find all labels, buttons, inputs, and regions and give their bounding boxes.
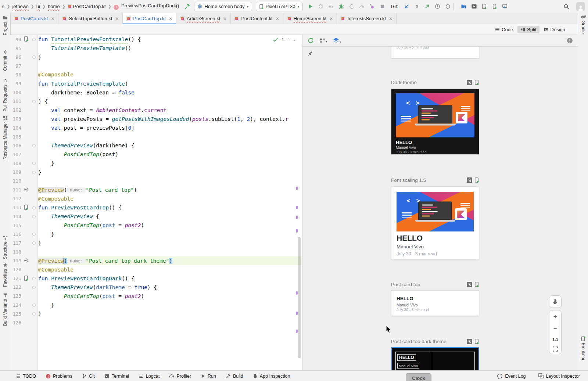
apply-code-changes-icon[interactable] [328,3,334,10]
editor-scrollbar[interactable] [298,237,301,358]
preview-scroll-area[interactable]: Manuel VivoJuly 30 - 3 min readDark them… [302,47,578,370]
fold-marker[interactable] [32,286,36,289]
deploy-preview-icon[interactable] [474,282,479,287]
avd-manager-icon[interactable] [481,3,488,10]
interactive-preview-icon[interactable] [467,177,472,183]
layers-blueprint-icon[interactable]: ▾ [333,37,341,44]
pan-tool-button[interactable] [549,295,562,308]
run-configuration-select[interactable]: Home screen body ▾ [194,2,252,11]
fold-marker[interactable] [32,233,36,236]
update-icon[interactable] [404,3,410,10]
tab-HomeScreen.kt[interactable]: HomeScreen.kt✕ [283,13,337,24]
status-item-layout-inspector[interactable]: Layout Inspector [538,373,580,379]
preview-settings-gutter-icon[interactable] [24,258,29,264]
device-select[interactable]: Pixel 5 API 30 ▾ [256,2,303,11]
deploy-preview-icon[interactable] [474,339,479,344]
status-item-problems[interactable]: Problems [46,374,72,379]
fold-marker[interactable] [32,162,36,165]
tab-PostContent.kt[interactable]: PostContent.kt✕ [231,13,283,24]
mode-split-button[interactable]: Split [517,26,539,33]
tool-window-button-emulator[interactable]: Emulator [578,336,588,360]
history-icon[interactable] [434,3,441,10]
fold-marker[interactable] [32,215,36,218]
breadcrumb-item[interactable]: PostCardTop.kt [67,3,107,10]
sdk-manager-icon[interactable] [502,3,508,10]
zoom-in-button[interactable]: + [553,313,557,320]
tool-window-button-gradle[interactable]: Gradle [578,15,588,34]
preview-settings-gutter-icon[interactable] [24,187,29,193]
status-item-app-inspection[interactable]: App Inspection [253,374,290,379]
fold-marker[interactable] [32,277,36,280]
run-preview-gutter-icon[interactable] [24,36,29,42]
close-tab-icon[interactable]: ✕ [223,16,227,21]
refresh-preview-icon[interactable] [308,37,314,44]
attach-debugger-icon[interactable] [369,3,376,10]
push-icon[interactable] [424,3,431,10]
fold-marker[interactable] [32,55,36,59]
mode-code-button[interactable]: Code [492,26,516,33]
fold-marker[interactable] [32,206,36,209]
close-tab-icon[interactable]: ✕ [115,16,119,21]
gauge-icon[interactable] [359,3,365,10]
device-manager-icon[interactable] [491,3,498,10]
run-preview-gutter-icon[interactable] [24,205,29,211]
code-editor[interactable]: 9495969798991001011021031041051061071081… [10,35,302,370]
build-hammer-icon[interactable] [184,3,190,10]
tool-window-button-project[interactable]: Project [0,15,10,35]
fold-marker[interactable] [32,303,36,307]
tab-PostCardTop.kt[interactable]: PostCardTop.kt✕ [123,13,176,24]
profile-icon[interactable] [348,3,355,10]
debug-icon[interactable] [338,3,345,10]
tab-PostCards.kt[interactable]: PostCards.kt✕ [10,13,58,24]
tool-window-button-favorites[interactable]: Favorites [0,263,10,287]
prev-inspection-icon[interactable]: ⌃ [287,38,290,42]
mode-design-button[interactable]: Design [541,26,568,33]
preview-card-partial[interactable]: Manuel VivoJuly 30 - 3 min read [391,47,479,58]
interactive-preview-icon[interactable] [467,339,472,344]
fold-marker[interactable] [32,38,36,41]
tool-window-button-pull-requests[interactable]: Pull Requests [0,78,10,112]
zoom-fit-button[interactable] [553,346,558,352]
zoom-1to1-button[interactable]: 1:1 [552,337,558,342]
tool-window-button-commit[interactable]: Commit [0,50,10,71]
breadcrumb-item[interactable]: fPreviewPostCardTopDark() [112,3,180,10]
status-item-logcat[interactable]: Logcat [139,374,160,379]
preview-issues-icon[interactable] [567,37,573,44]
deploy-preview-icon[interactable] [474,177,479,183]
view-grid-icon[interactable]: ▾ [320,38,327,43]
breadcrumb-item[interactable]: jetnews [11,3,29,10]
status-item-todo[interactable]: TODO [15,374,36,379]
commit-icon[interactable] [414,3,420,10]
preview-card-dark-blueprint[interactable]: HELLOManuel Vivo [391,347,479,370]
status-item-git[interactable]: Git [82,374,95,379]
search-icon[interactable] [563,3,570,10]
inspection-widget[interactable]: 1 ⌃ ⌄ [273,37,296,42]
zoom-out-button[interactable]: − [553,325,557,333]
status-item-build[interactable]: Build [226,374,243,379]
fold-marker[interactable] [32,144,36,147]
device-explorer-icon[interactable] [460,3,467,10]
interactive-preview-icon[interactable] [467,80,472,85]
preview-card-font-scaling[interactable]: < >HELLOManuel VivoJuly 30 - 3 min read [391,186,479,260]
status-item-profiler[interactable]: Profiler [169,374,191,379]
tool-window-button-resource-manager[interactable]: Resource Manager [0,116,10,159]
close-tab-icon[interactable]: ✕ [276,16,279,21]
fold-marker[interactable] [32,241,36,245]
fold-marker[interactable] [32,171,36,174]
tool-window-button-build-variants[interactable]: Build Variants [0,293,10,326]
tab-SelectTopicButton.kt[interactable]: SelectTopicButton.kt✕ [58,13,123,24]
status-item-event-log[interactable]: Event Log [497,373,526,379]
preview-card-post-card-top[interactable]: HELLOManuel VivoJuly 30 - 3 min read [391,290,479,316]
status-item-terminal[interactable]: Terminal [104,374,129,379]
fold-marker[interactable] [32,100,36,103]
interactive-preview-icon[interactable] [467,282,472,287]
play-icon[interactable] [307,3,314,10]
rollback-icon[interactable] [445,3,451,10]
stop-icon[interactable] [379,3,386,10]
tab-ArticleScreen.kt[interactable]: ArticleScreen.kt✕ [176,13,231,24]
tool-window-button-structure[interactable]: Structure [0,235,10,259]
fold-marker[interactable] [32,312,36,316]
deploy-preview-icon[interactable] [474,80,479,85]
run-preview-gutter-icon[interactable] [24,276,29,281]
close-tab-icon[interactable]: ✕ [169,16,172,21]
